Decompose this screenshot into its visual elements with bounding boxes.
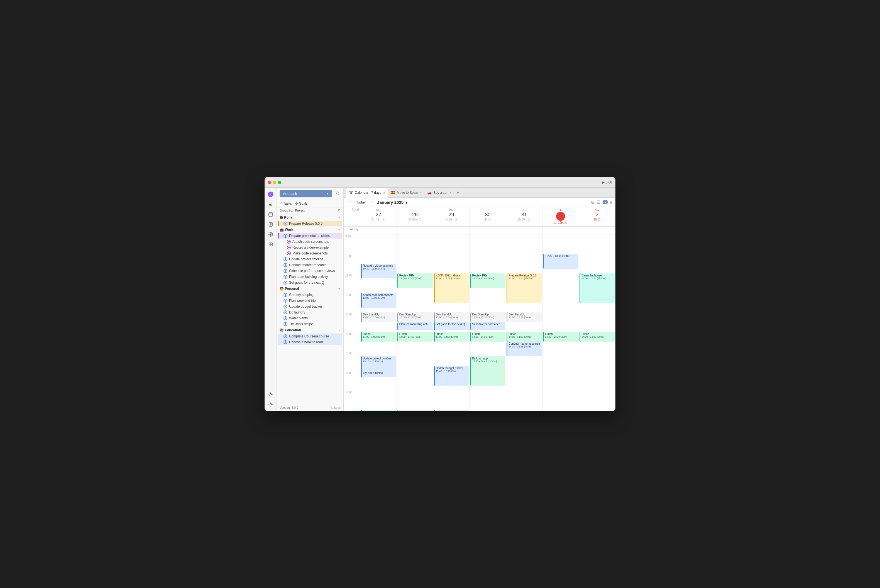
day-cell-2-hour-17[interactable] [433, 390, 470, 410]
add-task-button[interactable]: Add task ▼ [279, 190, 332, 197]
day-cell-3-hour-12[interactable] [470, 293, 506, 312]
task-item-conduct-market[interactable]: Conduct market research [278, 262, 342, 268]
day-cell-5-hour-18[interactable] [542, 410, 579, 411]
cal-event[interactable]: Set goals for the next Q [434, 322, 469, 330]
day-cell-6-hour-9[interactable] [579, 234, 616, 254]
project-collapse-education[interactable]: ▼ [338, 329, 341, 332]
task-item-attach-code[interactable]: Attach code screenshots [278, 239, 342, 244]
tab-calendar-7days[interactable]: 📅 Calendar - 7 days ✕ [346, 188, 388, 198]
cal-event[interactable]: Plan team-building activity [397, 322, 433, 330]
day-cell-0-hour-17[interactable] [360, 390, 397, 410]
minimize-button[interactable] [273, 181, 276, 184]
day-cell-4-hour-18[interactable] [506, 410, 542, 411]
project-header-personal[interactable]: 🧑Personal ▼ [277, 286, 343, 292]
day-cell-1-hour-10[interactable] [397, 254, 433, 273]
tab-add-button[interactable]: + [454, 190, 461, 195]
rail-icon-box[interactable] [266, 240, 275, 249]
day-cell-5-hour-11[interactable] [542, 273, 579, 293]
day-cell-6-hour-17[interactable] [579, 390, 616, 410]
cal-event[interactable]: Lunch14:00 - 14:30 (30m) [361, 332, 396, 342]
next-week-button[interactable]: › [370, 200, 375, 205]
day-cell-3-hour-18[interactable] [470, 410, 506, 411]
nav-goals[interactable]: ⊙ Goals [295, 202, 308, 206]
cal-event[interactable]: Dev StandUp13:00 - 13:30 (30m) [434, 312, 469, 322]
cal-event[interactable]: 10:00 - 10:45 (45m) [543, 254, 578, 268]
day-cell-1-hour-15[interactable] [397, 351, 433, 371]
rail-icon-avatar[interactable]: K [266, 190, 275, 199]
cal-event[interactable]: Review PRs11:00 - 11:45 (45m) [397, 273, 433, 288]
task-item-update-budget[interactable]: Update budget tracker [278, 304, 342, 309]
day-cell-5-hour-15[interactable] [542, 351, 579, 371]
rail-icon-gear[interactable] [266, 400, 275, 409]
day-cell-6-hour-15[interactable] [579, 351, 616, 371]
task-item-schedule-reviews[interactable]: Schedule performance reviews [278, 268, 342, 274]
cal-event[interactable]: Dev StandUp13:00 - 13:30 (30m) [470, 312, 506, 322]
day-cell-6-hour-10[interactable] [579, 254, 616, 273]
project-collapse-work[interactable]: ▼ [338, 228, 341, 231]
toggle-icon[interactable]: ● [603, 200, 608, 204]
day-cell-2-hour-10[interactable] [433, 254, 470, 273]
rail-icon-notes[interactable] [266, 220, 275, 229]
tab-car-close[interactable]: ✕ [449, 191, 451, 194]
day-cell-2-hour-9[interactable] [433, 234, 470, 254]
day-cell-3-hour-10[interactable] [470, 254, 506, 273]
project-collapse-personal[interactable]: ▼ [338, 287, 341, 290]
day-cell-4-hour-16[interactable] [506, 371, 542, 390]
task-item-make-code[interactable]: Make code screenshots [278, 250, 342, 256]
day-cell-5-hour-16[interactable] [542, 371, 579, 390]
task-item-try-bobs[interactable]: Try Bob's recipe [278, 321, 342, 327]
cal-event[interactable]: Lunch14:00 - 14:30 (30m) [580, 332, 615, 342]
day-cell-5-hour-12[interactable] [542, 293, 579, 312]
cal-event[interactable]: Try Bob's recipe [361, 371, 396, 377]
rail-icon-calendar[interactable] [266, 210, 275, 219]
cal-event[interactable]: Clean the house11:00 - 12:30 (1h30m) [580, 273, 615, 303]
day-cell-6-hour-18[interactable] [579, 410, 616, 411]
day-cell-0-hour-9[interactable] [360, 234, 397, 254]
day-cell-1-hour-9[interactable] [397, 234, 433, 254]
nav-tasks[interactable]: ✓ Tasks [279, 202, 292, 206]
task-item-record-video[interactable]: Record a video-example [278, 245, 342, 250]
rail-icon-goals[interactable] [266, 230, 275, 239]
day-cell-4-hour-10[interactable] [506, 254, 542, 273]
task-item-choose-book[interactable]: Choose a book to read [278, 339, 342, 345]
tab-spain[interactable]: 🇪🇸 Move to Spain ✕ [388, 188, 425, 198]
cal-event[interactable]: Conduct market research14:30 - 15:15 (45… [506, 342, 542, 356]
task-item-prepare-release[interactable]: Prepare Release 5.0.0 [278, 221, 342, 226]
day-cell-6-hour-16[interactable] [579, 371, 616, 390]
cal-event[interactable]: Review PRs11:00 - 11:45 (45m) [470, 273, 506, 288]
task-item-update-timeline[interactable]: Update project timeline [278, 256, 342, 262]
day-cell-3-hour-9[interactable] [470, 234, 506, 254]
task-item-complete-coursera[interactable]: Complete Coursera course [278, 333, 342, 339]
group-settings-icon[interactable]: ⚙ [338, 208, 341, 212]
search-button[interactable] [335, 190, 341, 197]
cal-event[interactable]: Build an app15:15 - 16:45 (1h30m) [470, 356, 506, 386]
grid-view-icon[interactable]: ⊞ [591, 200, 595, 204]
cal-event[interactable]: Prepare Release 5.0.011:00 - 12:30 (1h30… [506, 273, 542, 303]
day-cell-4-hour-17[interactable] [506, 390, 542, 410]
day-cell-1-hour-12[interactable] [397, 293, 433, 312]
cal-event[interactable]: Update budget tracker15:45 - 16:45 (1h) [434, 366, 469, 386]
task-item-plan-weekend[interactable]: Plan weekend trip [278, 298, 342, 303]
cal-event[interactable]: Dev StandUp13:00 - 13:30 (30m) [506, 312, 542, 322]
day-cell-5-hour-17[interactable] [542, 390, 579, 410]
calendar-month-title[interactable]: January 2025 ▾ [377, 200, 407, 205]
cal-event[interactable]: Lunch14:00 - 14:30 (30m) [470, 332, 506, 342]
task-item-grocery[interactable]: Grocery shoping [278, 292, 342, 298]
cal-event[interactable]: Lunch14:00 - 14:30 (30m) [397, 332, 433, 342]
cal-event[interactable]: Dev StandUp13:00 - 13:30 (30m) [361, 312, 396, 322]
day-cell-5-hour-9[interactable] [542, 234, 579, 254]
cal-event[interactable]: KONA-1021 - Goals11:00 - 12:30 (1h30m) [434, 273, 469, 303]
maximize-button[interactable] [278, 181, 281, 184]
rail-icon-settings-main[interactable] [266, 390, 275, 399]
day-cell-4-hour-9[interactable] [506, 234, 542, 254]
project-collapse-kona[interactable]: ▼ [338, 216, 341, 219]
task-item-do-laundry[interactable]: Do laundry [278, 310, 342, 315]
day-cell-6-hour-13[interactable] [579, 312, 616, 332]
prev-week-button[interactable]: ‹ [347, 200, 352, 205]
task-item-plan-teambuilding[interactable]: Plan team-building activity [278, 274, 342, 279]
cal-event[interactable]: Grocery shoping [397, 410, 433, 411]
rail-icon-tasks[interactable] [266, 200, 275, 209]
cal-event[interactable]: Do laundry [434, 410, 469, 411]
cal-event[interactable]: Lunch14:00 - 14:30 (30m) [434, 332, 469, 342]
day-cell-5-hour-13[interactable] [542, 312, 579, 332]
